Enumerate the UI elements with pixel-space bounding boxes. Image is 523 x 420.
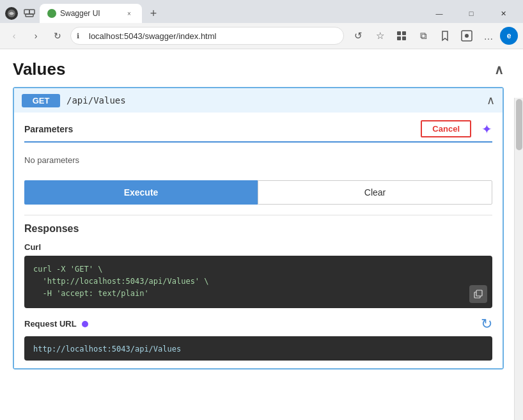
page-title: Values	[13, 59, 65, 79]
tab-group-icon	[23, 7, 36, 20]
close-window-button[interactable]: ✕	[488, 4, 518, 23]
page-title-row: Values ∧	[13, 59, 504, 79]
svg-rect-11	[476, 290, 482, 296]
browser-logo-icon	[5, 7, 18, 20]
maximize-button[interactable]: □	[457, 4, 486, 23]
copy-curl-button[interactable]	[469, 285, 487, 303]
request-url-label: Request URL	[24, 319, 77, 329]
request-url-refresh-icon[interactable]: ↻	[481, 316, 492, 332]
browser-tab[interactable]: Swagger UI ×	[40, 4, 142, 23]
window-controls: — □ ✕	[425, 4, 518, 23]
address-bar: ‹ › ↻ ℹ localhost:5043/swagger/index.htm…	[0, 23, 523, 49]
edge-icon[interactable]: e	[500, 27, 518, 45]
lock-icon: ℹ	[77, 32, 79, 40]
method-badge: GET	[22, 94, 60, 107]
action-buttons: Execute Clear	[24, 180, 492, 205]
svg-rect-5	[402, 31, 406, 35]
refresh-button[interactable]: ↻	[49, 27, 66, 45]
scrollbar-thumb[interactable]	[516, 99, 522, 150]
curl-code-text: curl -X 'GET' \ 'http://localhost:5043/a…	[33, 265, 209, 298]
status-dot	[82, 321, 88, 327]
request-url-text: http://localhost:5043/api/Values	[33, 345, 181, 354]
divider	[24, 215, 492, 215]
address-container: ℹ localhost:5043/swagger/index.html	[70, 27, 344, 45]
params-title: Parameters	[24, 124, 73, 134]
page-content: Values ∧ GET /api/Values ∧ Parameters Ca…	[0, 49, 523, 420]
split-screen-icon[interactable]: ⧉	[413, 26, 433, 46]
no-params-text: No parameters	[24, 150, 492, 170]
curl-code: curl -X 'GET' \ 'http://localhost:5043/a…	[33, 263, 483, 300]
api-path: /api/Values	[66, 95, 480, 105]
favorites-icon[interactable]	[435, 26, 455, 46]
execute-button[interactable]: Execute	[24, 180, 258, 205]
sparkle-icon[interactable]: ✦	[481, 121, 492, 137]
page-wrapper: Values ∧ GET /api/Values ∧ Parameters Ca…	[0, 49, 523, 420]
new-tab-button[interactable]: +	[144, 4, 162, 22]
address-input[interactable]: ℹ localhost:5043/swagger/index.html	[70, 27, 344, 45]
tab-bar: Swagger UI × + — □ ✕	[0, 0, 523, 23]
params-header: Parameters Cancel ✦	[24, 120, 492, 143]
url-text: localhost:5043/swagger/index.html	[89, 31, 216, 41]
svg-rect-3	[26, 14, 33, 17]
responses-section: Responses Curl curl -X 'GET' \ 'http://l…	[24, 223, 492, 361]
api-header[interactable]: GET /api/Values ∧	[14, 88, 503, 113]
forward-button[interactable]: ›	[27, 27, 45, 45]
more-options-button[interactable]: …	[478, 26, 499, 46]
curl-label: Curl	[24, 242, 492, 252]
curl-code-block: curl -X 'GET' \ 'http://localhost:5043/a…	[24, 256, 492, 308]
bookmark-icon[interactable]: ☆	[370, 26, 390, 46]
scrollbar[interactable]	[514, 98, 523, 420]
browser-chrome: Swagger UI × + — □ ✕ ‹ › ↻ ℹ localhost:5…	[0, 0, 523, 49]
curl-section: Curl curl -X 'GET' \ 'http://localhost:5…	[24, 242, 492, 308]
toolbar-icons: ↺ ☆ ⧉ …	[348, 26, 518, 46]
api-collapse-icon[interactable]: ∧	[487, 93, 495, 107]
tab-close-button[interactable]: ×	[124, 8, 134, 19]
clear-button[interactable]: Clear	[258, 180, 492, 205]
minimize-button[interactable]: —	[425, 4, 454, 23]
svg-rect-7	[402, 36, 406, 40]
back-button[interactable]: ‹	[5, 27, 23, 45]
extensions-icon[interactable]	[391, 26, 412, 46]
svg-rect-6	[397, 36, 401, 40]
reload-icon[interactable]: ↺	[348, 26, 368, 46]
tab-title: Swagger UI	[60, 9, 120, 18]
svg-rect-2	[29, 10, 35, 14]
url-block: http://localhost:5043/api/Values	[24, 336, 492, 361]
tab-favicon-icon	[47, 9, 56, 18]
svg-rect-1	[24, 10, 29, 14]
collections-icon[interactable]	[457, 26, 477, 46]
svg-point-9	[465, 34, 469, 38]
page-collapse-icon[interactable]: ∧	[494, 62, 504, 77]
svg-rect-4	[397, 31, 401, 35]
api-section: GET /api/Values ∧ Parameters Cancel ✦ No…	[13, 87, 504, 369]
api-body: Parameters Cancel ✦ No parameters Execut…	[14, 113, 503, 368]
request-url-section: Request URL ↻ http://localhost:5043/api/…	[24, 316, 492, 361]
cancel-button[interactable]: Cancel	[421, 120, 471, 137]
params-actions: Cancel ✦	[421, 120, 492, 137]
responses-title: Responses	[24, 223, 492, 235]
request-url-header: Request URL ↻	[24, 316, 492, 332]
